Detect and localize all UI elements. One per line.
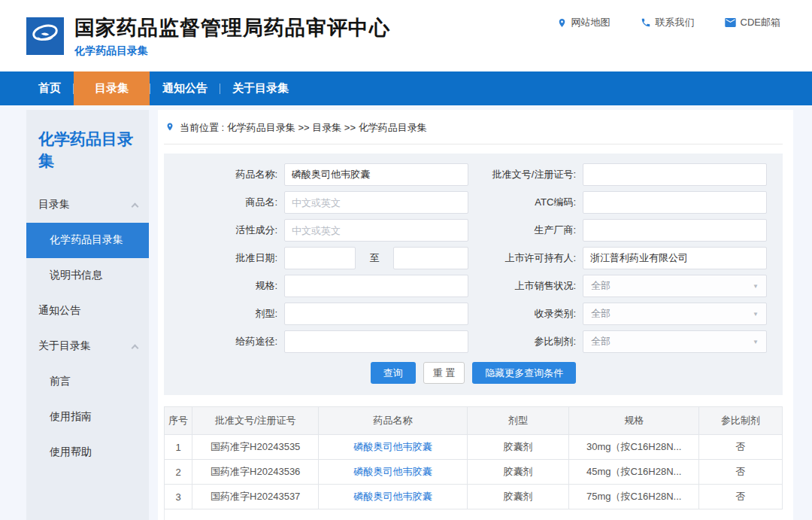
phone-icon — [641, 17, 651, 28]
route-label: 给药途径: — [164, 335, 284, 348]
contact-us-link[interactable]: 联系我们 — [641, 16, 695, 29]
sidebar-item-label: 目录集 — [38, 198, 70, 211]
reference-select[interactable]: 全部 ▼ — [583, 330, 767, 353]
form-buttons: 查询 重 置 隐藏更多查询条件 — [164, 362, 783, 384]
approval-number-input[interactable] — [583, 163, 767, 186]
location-pin-icon — [165, 121, 174, 135]
sidebar-item-help[interactable]: 使用帮助 — [26, 435, 149, 470]
sidebar-item-catalog[interactable]: 目录集 — [26, 187, 149, 223]
selected-value: 全部 — [591, 279, 611, 293]
cell-dosage-form: 胶囊剂 — [467, 460, 569, 485]
date-range-separator: 至 — [370, 251, 380, 265]
sidebar-item-about[interactable]: 关于目录集 — [26, 329, 149, 364]
cell-dosage-form: 胶囊剂 — [467, 435, 569, 460]
nav-item-catalog[interactable]: 目录集 — [74, 71, 150, 105]
sidebar-item-label: 使用指南 — [50, 410, 92, 424]
sidebar-item-label: 通知公告 — [38, 304, 80, 318]
drug-name-link[interactable]: 磷酸奥司他韦胶囊 — [354, 466, 432, 477]
market-status-select[interactable]: 全部 ▼ — [583, 275, 767, 297]
atc-code-input[interactable] — [583, 191, 767, 214]
cell-seq: 2 — [165, 460, 192, 485]
sidebar-item-notices[interactable]: 通知公告 — [26, 293, 149, 329]
dosage-form-input[interactable] — [284, 303, 468, 325]
table-empty-area — [164, 509, 783, 520]
site-subtitle: 化学药品目录集 — [74, 44, 390, 58]
selected-value: 全部 — [591, 335, 611, 348]
chevron-down-icon: ▼ — [753, 311, 759, 318]
active-ingredient-input[interactable] — [284, 219, 468, 242]
cell-seq: 3 — [165, 485, 192, 509]
approval-number-label: 批准文号/注册证号: — [468, 168, 583, 181]
active-ingredient-label: 活性成分: — [164, 224, 284, 237]
cell-approval: 国药准字H20243536 — [192, 460, 319, 485]
sidebar-item-foreword[interactable]: 前言 — [26, 364, 149, 400]
trade-name-input[interactable] — [284, 191, 468, 214]
cell-drug-name: 磷酸奥司他韦胶囊 — [319, 460, 467, 485]
drug-name-link[interactable]: 磷酸奥司他韦胶囊 — [354, 441, 432, 452]
approval-date-start-input[interactable] — [284, 247, 356, 269]
cell-approval: 国药准字H20243537 — [192, 485, 319, 509]
cell-spec: 30mg（按C16H28N... — [569, 435, 699, 460]
sidebar-menu: 目录集 化学药品目录集 说明书信息 通知公告 关于目录集 前言 使用指南 — [26, 187, 149, 470]
hide-more-conditions-button[interactable]: 隐藏更多查询条件 — [472, 362, 576, 384]
nav-item-about-catalog[interactable]: 关于目录集 — [220, 71, 301, 105]
selected-value: 全部 — [591, 307, 611, 321]
mah-input[interactable] — [583, 247, 767, 269]
col-header-seq: 序号 — [165, 407, 192, 435]
category-label: 收录类别: — [468, 307, 583, 321]
drug-name-input[interactable] — [284, 163, 468, 186]
site-title: 国家药品监督管理局药品审评中心 — [74, 14, 390, 41]
cell-reference: 否 — [698, 485, 782, 509]
cell-approval: 国药准字H20243535 — [192, 435, 319, 460]
envelope-icon — [725, 18, 736, 27]
cell-dosage-form: 胶囊剂 — [467, 485, 569, 509]
main-nav: 首页 目录集 通知公告 关于目录集 — [0, 71, 812, 105]
search-form: 药品名称: 批准文号/注册证号: 商品名: ATC编码: — [164, 154, 783, 395]
cell-drug-name: 磷酸奥司他韦胶囊 — [319, 485, 467, 509]
col-header-approval: 批准文号/注册证号 — [192, 407, 319, 435]
table-header-row: 序号 批准文号/注册证号 药品名称 剂型 规格 参比制剂 — [165, 407, 783, 435]
drug-name-label: 药品名称: — [164, 168, 284, 181]
location-pin-icon — [557, 17, 567, 29]
table-row: 1 国药准字H20243535 磷酸奥司他韦胶囊 胶囊剂 30mg（按C16H2… — [165, 435, 783, 460]
reset-button[interactable]: 重 置 — [423, 362, 465, 384]
sidebar-item-label-info[interactable]: 说明书信息 — [26, 258, 149, 293]
cde-logo[interactable] — [26, 17, 64, 55]
header-links: 网站地图 联系我们 CDE邮箱 — [557, 0, 780, 29]
cell-reference: 否 — [698, 435, 782, 460]
chevron-up-icon — [132, 344, 139, 351]
site-header: 国家药品监督管理局药品审评中心 化学药品目录集 网站地图 联系我们 CDE邮箱 — [0, 0, 812, 71]
market-status-label: 上市销售状况: — [468, 279, 583, 293]
sitemap-link[interactable]: 网站地图 — [557, 16, 611, 29]
col-header-spec: 规格 — [569, 407, 699, 435]
contact-us-label: 联系我们 — [656, 16, 695, 29]
col-header-reference: 参比制剂 — [698, 407, 782, 435]
route-input[interactable] — [284, 330, 468, 353]
cde-mail-label: CDE邮箱 — [741, 16, 780, 29]
nav-item-home[interactable]: 首页 — [26, 71, 73, 105]
dosage-form-label: 剂型: — [164, 307, 284, 321]
cell-spec: 75mg（按C16H28N... — [569, 485, 699, 509]
sidebar-item-chemical-catalog[interactable]: 化学药品目录集 — [26, 223, 149, 258]
manufacturer-input[interactable] — [583, 219, 767, 242]
breadcrumb: 当前位置 : 化学药品目录集 >> 目录集 >> 化学药品目录集 — [164, 114, 783, 144]
cde-swoosh-icon — [29, 18, 62, 54]
nav-item-notices[interactable]: 通知公告 — [150, 71, 220, 105]
category-select[interactable]: 全部 ▼ — [583, 303, 767, 325]
sidebar-item-label: 前言 — [50, 375, 71, 388]
sidebar-item-label: 化学药品目录集 — [50, 233, 123, 247]
breadcrumb-text: 当前位置 : 化学药品目录集 >> 目录集 >> 化学药品目录集 — [180, 121, 427, 135]
sidebar-item-user-guide[interactable]: 使用指南 — [26, 400, 149, 435]
cde-mail-link[interactable]: CDE邮箱 — [725, 16, 780, 29]
drug-name-link[interactable]: 磷酸奥司他韦胶囊 — [354, 491, 432, 502]
cell-seq: 1 — [165, 435, 192, 460]
approval-date-range: 至 — [284, 247, 468, 269]
results-table: 序号 批准文号/注册证号 药品名称 剂型 规格 参比制剂 1 国药准字H2024… — [164, 406, 783, 509]
manufacturer-label: 生产厂商: — [468, 224, 583, 237]
spec-input[interactable] — [284, 275, 468, 297]
chevron-down-icon: ▼ — [753, 339, 759, 345]
approval-date-end-input[interactable] — [393, 247, 468, 269]
chevron-up-icon — [132, 202, 139, 210]
col-header-drug-name: 药品名称 — [319, 407, 467, 435]
search-button[interactable]: 查询 — [371, 362, 416, 384]
